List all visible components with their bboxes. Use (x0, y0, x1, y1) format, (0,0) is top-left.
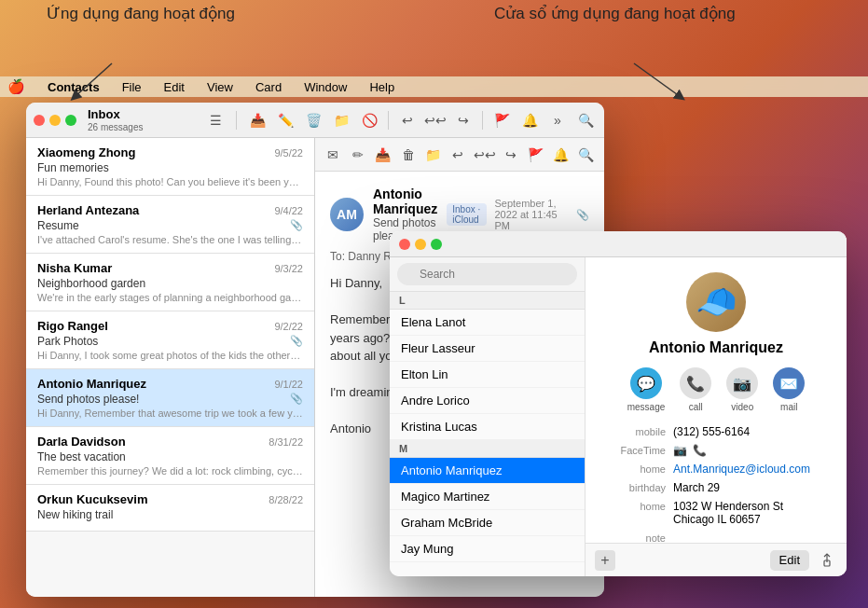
reply-all-icon[interactable]: ↩↩ (475, 145, 495, 165)
avatar: AM (330, 198, 364, 231)
message-item[interactable]: Orkun Kucuksevim 8/28/22 New hiking trai… (26, 485, 314, 532)
search-input[interactable] (397, 263, 577, 285)
facetime-icons: 📷 📞 (673, 444, 832, 457)
contact-item[interactable]: Kristina Lucas (390, 414, 585, 440)
contact-search-area: 🔍 (390, 257, 585, 292)
message-subject: Park Photos (37, 335, 303, 348)
attachment-icon: 📎 (290, 219, 303, 231)
contact-detail-pane: 🧢 Antonio Manriquez 💬 message 📞 call 📷 v… (586, 257, 847, 576)
attachment-icon: 📎 (576, 209, 589, 221)
message-label: message (627, 402, 666, 412)
facetime-video-icon[interactable]: 📷 (673, 444, 687, 457)
contacts-close-button[interactable] (399, 239, 410, 250)
menu-view[interactable]: View (203, 79, 237, 95)
call-action-btn[interactable]: 📞 call (680, 367, 711, 412)
info-label-note: note (600, 532, 666, 543)
message-subject: Fun memories (37, 161, 303, 174)
email-sender-name: Antonio Manriquez (373, 187, 437, 216)
move-icon[interactable]: 📁 (330, 109, 352, 131)
message-item[interactable]: Nisha Kumar 9/3/22 Neighborhood garden W… (26, 254, 314, 311)
notification-icon[interactable]: 🔔 (552, 145, 570, 165)
detail-toolbar: ✉ ✏ 📥 🗑 📁 ↩ ↩↩ ↪ 🚩 🔔 🔍 (315, 138, 604, 172)
info-row-email: home Ant.Manriquez@icloud.com (600, 463, 832, 476)
add-contact-button[interactable]: + (595, 550, 615, 571)
mail-label: mail (780, 402, 797, 412)
contact-item-selected[interactable]: Antonio Manriquez (390, 458, 585, 484)
compose-icon[interactable]: ✏️ (274, 109, 296, 131)
search-icon[interactable]: 🔍 (574, 109, 597, 131)
mail-action-btn[interactable]: ✉️ mail (773, 367, 805, 412)
menu-window[interactable]: Window (300, 79, 351, 95)
menu-help[interactable]: Help (365, 79, 398, 95)
info-value-mobile: (312) 555-6164 (673, 425, 832, 438)
reply-icon[interactable]: ↩ (449, 145, 467, 165)
menu-edit[interactable]: Edit (160, 79, 188, 95)
email-date: September 1, 2022 at 11:45 PM (494, 198, 569, 231)
edit-contact-button[interactable]: Edit (770, 550, 809, 571)
menu-card[interactable]: Card (252, 79, 285, 95)
maximize-button[interactable] (65, 115, 76, 126)
contact-item[interactable]: Fleur Lasseur (390, 336, 585, 362)
close-button[interactable] (34, 115, 45, 126)
forward-icon[interactable]: ↪ (503, 145, 520, 165)
contact-item[interactable]: Jay Mung (390, 536, 585, 562)
contact-item[interactable]: Andre Lorico (390, 388, 585, 414)
message-date: 9/2/22 (274, 321, 303, 332)
message-item[interactable]: Xiaomeng Zhong 9/5/22 Fun memories Hi Da… (26, 138, 314, 196)
reply-icon[interactable]: ↩ (396, 109, 419, 131)
search-icon[interactable]: 🔍 (577, 145, 595, 165)
contacts-minimize-button[interactable] (415, 239, 426, 250)
message-list[interactable]: Xiaomeng Zhong 9/5/22 Fun memories Hi Da… (26, 138, 315, 597)
info-value-email[interactable]: Ant.Manriquez@icloud.com (673, 463, 832, 476)
folder-icon[interactable]: 📁 (424, 145, 442, 165)
contact-item[interactable]: Elena Lanot (390, 310, 585, 336)
info-label-birthday: birthday (600, 481, 666, 493)
video-action-btn[interactable]: 📷 video (726, 367, 758, 412)
archive-icon[interactable]: 📥 (246, 109, 269, 131)
trash-icon[interactable]: 🗑️ (302, 109, 324, 131)
facetime-audio-icon[interactable]: 📞 (693, 444, 707, 457)
contact-avatar: 🧢 (686, 272, 746, 332)
info-label-home: home (600, 463, 666, 475)
message-item-selected[interactable]: Antonio Manriquez 9/1/22 📎 Send photos p… (26, 369, 314, 427)
message-subject: The best vacation (37, 450, 303, 463)
inbox-title: Inbox (88, 107, 143, 122)
info-label-facetime: FaceTime (600, 444, 666, 456)
active-window-annotation: Cửa sổ ứng dụng đang hoạt động (494, 4, 736, 24)
flag-icon[interactable]: 🚩 (490, 109, 513, 131)
minimize-button[interactable] (49, 115, 61, 126)
forward-icon[interactable]: ↪ (452, 109, 475, 131)
envelope-icon[interactable]: ✉ (324, 145, 342, 165)
archive-icon[interactable]: 📥 (375, 145, 393, 165)
filter-icon[interactable]: ☰ (204, 109, 227, 131)
notification-icon[interactable]: 🔔 (518, 109, 541, 131)
menu-contacts[interactable]: Contacts (44, 79, 103, 95)
message-item[interactable]: Rigo Rangel 9/2/22 📎 Park Photos Hi Dann… (26, 311, 314, 369)
message-subject: New hiking trail (37, 508, 303, 521)
contacts-traffic-lights (399, 239, 442, 250)
contacts-maximize-button[interactable] (431, 239, 442, 250)
message-date: 9/5/22 (274, 147, 303, 159)
message-subject: Send photos please! (37, 393, 303, 406)
flag-icon[interactable]: 🚩 (528, 145, 545, 165)
contact-item[interactable]: Graham McBride (390, 510, 585, 536)
message-item[interactable]: Herland Antezana 9/4/22 📎 Resume I've at… (26, 196, 314, 254)
message-item[interactable]: Darla Davidson 8/31/22 The best vacation… (26, 427, 314, 485)
info-value-address: 1032 W Henderson StChicago IL 60657 (673, 500, 832, 526)
share-contact-button[interactable] (817, 550, 837, 571)
video-icon: 📷 (726, 367, 758, 399)
menu-file[interactable]: File (118, 79, 145, 95)
reply-all-icon[interactable]: ↩↩ (424, 109, 447, 131)
more-icon[interactable]: » (546, 109, 569, 131)
contact-item[interactable]: Elton Lin (390, 362, 585, 388)
contact-item[interactable]: Magico Martinez (390, 484, 585, 510)
junk-icon[interactable]: 🚫 (358, 109, 380, 131)
info-label-mobile: mobile (600, 425, 666, 437)
trash-icon[interactable]: 🗑 (399, 145, 417, 165)
compose-icon[interactable]: ✏ (350, 145, 367, 165)
apple-menu[interactable]: 🍎 (7, 78, 25, 95)
message-action-btn[interactable]: 💬 message (627, 367, 666, 412)
sender-name: Antonio Manriquez (37, 377, 146, 391)
menu-bar: 🍎 Contacts File Edit View Card Window He… (0, 76, 868, 97)
sender-name: Xiaomeng Zhong (37, 145, 135, 159)
